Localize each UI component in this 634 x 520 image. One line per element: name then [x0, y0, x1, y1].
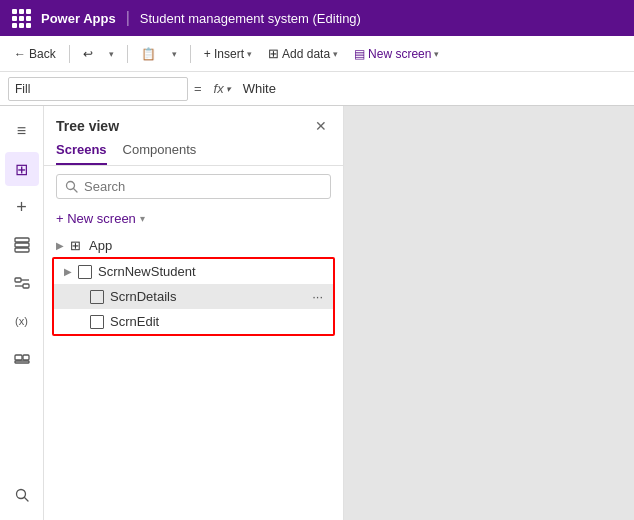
tree-view-icon[interactable]: ⊞ — [5, 152, 39, 186]
tree-view-panel: Tree view ✕ Screens Components + New scr… — [44, 106, 344, 520]
new-screen-tree-button[interactable]: + New screen ▾ — [44, 207, 343, 230]
svg-rect-0 — [15, 238, 29, 242]
clipboard-chevron-button[interactable]: ▾ — [166, 46, 183, 62]
main-layout: ≡ ⊞ + (x) — [0, 106, 634, 520]
property-dropdown[interactable] — [8, 77, 188, 101]
app-label: App — [89, 238, 112, 253]
search-icon — [65, 180, 78, 193]
equals-sign: = — [194, 81, 202, 96]
data-icon[interactable] — [5, 228, 39, 262]
svg-line-11 — [24, 498, 28, 502]
scrn-edit-screen-icon — [90, 315, 104, 329]
tab-screens[interactable]: Screens — [56, 142, 107, 165]
media-icon[interactable] — [5, 342, 39, 376]
add-data-button[interactable]: ⊞ Add data ▾ — [262, 43, 344, 64]
tree-view-tabs: Screens Components — [44, 142, 343, 166]
back-arrow-icon: ← — [14, 47, 26, 61]
formula-value: White — [243, 81, 626, 96]
scrn-details-item[interactable]: ScrnDetails ··· — [54, 284, 333, 309]
svg-rect-3 — [15, 278, 21, 282]
fx-label: fx — [214, 81, 224, 96]
formula-bar: = fx ▾ White — [0, 72, 634, 106]
toolbar-separator-3 — [190, 45, 191, 63]
search-input[interactable] — [84, 179, 322, 194]
scrn-details-screen-icon — [90, 290, 104, 304]
project-name: Student management system (Editing) — [140, 11, 361, 26]
insert-icon[interactable]: + — [5, 190, 39, 224]
scrn-new-student-screen-icon — [78, 265, 92, 279]
hamburger-menu-icon[interactable]: ≡ — [5, 114, 39, 148]
scrn-edit-item[interactable]: ScrnEdit — [54, 309, 333, 334]
svg-rect-8 — [23, 355, 29, 360]
svg-rect-7 — [15, 355, 22, 360]
search-box — [56, 174, 331, 199]
new-screen-label: New screen — [368, 47, 431, 61]
canvas-area — [344, 106, 634, 520]
add-data-chevron-icon: ▾ — [333, 49, 338, 59]
variables-icon[interactable]: (x) — [5, 304, 39, 338]
back-button[interactable]: ← Back — [8, 44, 62, 64]
toolbar-separator-2 — [127, 45, 128, 63]
new-screen-icon: ▤ — [354, 47, 365, 61]
new-screen-tree-chevron-icon: ▾ — [140, 213, 145, 224]
tab-components[interactable]: Components — [123, 142, 197, 165]
insert-chevron-icon: ▾ — [247, 49, 252, 59]
toolbar: ← Back ↩ ▾ 📋 ▾ + Insert ▾ ⊞ Add data ▾ ▤… — [0, 36, 634, 72]
new-screen-chevron-icon: ▾ — [434, 49, 439, 59]
scrn-details-label: ScrnDetails — [110, 289, 176, 304]
scrn-new-student-inner: ▶ ScrnNewStudent — [64, 264, 323, 279]
svg-rect-2 — [15, 248, 29, 252]
fx-chevron-icon: ▾ — [226, 84, 231, 94]
app-chevron-icon: ▶ — [56, 240, 64, 251]
svg-rect-4 — [23, 284, 29, 288]
app-name: Power Apps — [41, 11, 116, 26]
toolbar-separator-1 — [69, 45, 70, 63]
scrn-edit-label: ScrnEdit — [110, 314, 159, 329]
undo-icon: ↩ — [83, 47, 93, 61]
new-screen-button[interactable]: ▤ New screen ▾ — [348, 44, 445, 64]
svg-line-13 — [74, 189, 78, 193]
tree-view-header: Tree view ✕ — [44, 106, 343, 142]
svg-rect-9 — [15, 361, 29, 363]
screens-highlight-box: ▶ ScrnNewStudent ScrnDetails ··· — [52, 257, 335, 336]
new-screen-tree-label: + New screen — [56, 211, 136, 226]
scrn-new-student-label: ScrnNewStudent — [98, 264, 196, 279]
scrn-new-student-chevron-icon: ▶ — [64, 266, 72, 277]
tree-view-title: Tree view — [56, 118, 119, 134]
fx-button[interactable]: fx ▾ — [208, 81, 237, 96]
svg-rect-1 — [15, 243, 29, 247]
scrn-details-inner: ScrnDetails — [90, 289, 308, 304]
scrn-edit-inner: ScrnEdit — [90, 314, 323, 329]
scrn-details-ellipsis-button[interactable]: ··· — [312, 289, 323, 304]
undo-chevron-icon: ▾ — [109, 49, 114, 59]
app-icon: ⊞ — [70, 238, 81, 253]
search-sidebar-icon[interactable] — [5, 478, 39, 512]
insert-button[interactable]: + Insert ▾ — [198, 44, 258, 64]
sidebar-icons: ≡ ⊞ + (x) — [0, 106, 44, 520]
add-data-label: Add data — [282, 47, 330, 61]
app-launcher-icon[interactable] — [12, 9, 31, 28]
title-separator: | — [126, 9, 130, 27]
controls-icon[interactable] — [5, 266, 39, 300]
scrn-new-student-item[interactable]: ▶ ScrnNewStudent — [54, 259, 333, 284]
title-bar: Power Apps | Student management system (… — [0, 0, 634, 36]
app-tree-item[interactable]: ▶ ⊞ App — [44, 234, 343, 257]
clipboard-chevron-icon: ▾ — [172, 49, 177, 59]
undo-button[interactable]: ↩ — [77, 44, 99, 64]
insert-label: + Insert — [204, 47, 244, 61]
clipboard-icon: 📋 — [141, 47, 156, 61]
add-data-icon: ⊞ — [268, 46, 279, 61]
tree-items: ▶ ⊞ App ▶ ScrnNewStudent — [44, 234, 343, 520]
clipboard-button[interactable]: 📋 — [135, 44, 162, 64]
close-button[interactable]: ✕ — [311, 116, 331, 136]
undo-chevron-button[interactable]: ▾ — [103, 46, 120, 62]
